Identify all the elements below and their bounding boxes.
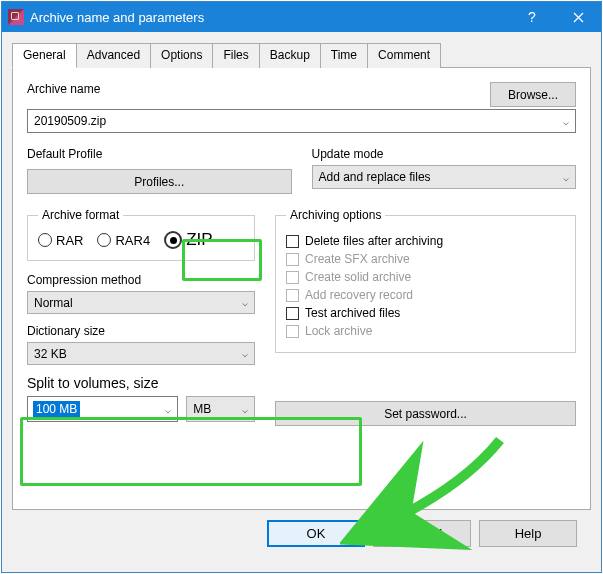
- archive-name-value: 20190509.zip: [34, 114, 106, 128]
- compression-label: Compression method: [27, 273, 255, 287]
- titlebar: Archive name and parameters ?: [2, 2, 601, 32]
- tab-general[interactable]: General: [12, 43, 77, 68]
- archiving-options-group: Archiving options Delete files after arc…: [275, 208, 576, 353]
- archive-name-input[interactable]: 20190509.zip ⌵: [27, 109, 576, 133]
- ok-button[interactable]: OK: [267, 520, 365, 547]
- radio-rar[interactable]: RAR: [38, 233, 83, 248]
- chevron-down-icon: ⌵: [242, 404, 248, 415]
- checkbox-icon: [286, 325, 299, 338]
- archive-name-label: Archive name: [27, 82, 480, 96]
- checkbox-icon: [286, 307, 299, 320]
- dictionary-select[interactable]: 32 KB ⌵: [27, 342, 255, 365]
- tab-files[interactable]: Files: [212, 43, 259, 68]
- check-test[interactable]: Test archived files: [286, 306, 565, 320]
- checkbox-icon: [286, 289, 299, 302]
- split-label: Split to volumes, size: [27, 375, 255, 391]
- help-button[interactable]: ?: [509, 2, 555, 32]
- help-button-footer[interactable]: Help: [479, 520, 577, 547]
- chevron-down-icon: ⌵: [165, 404, 171, 415]
- default-profile-label: Default Profile: [27, 147, 292, 161]
- radio-icon: [164, 231, 182, 249]
- check-lock: Lock archive: [286, 324, 565, 338]
- check-recovery: Add recovery record: [286, 288, 565, 302]
- tabs: General Advanced Options Files Backup Ti…: [12, 42, 591, 68]
- cancel-button[interactable]: Cancel: [373, 520, 471, 547]
- chevron-down-icon: ⌵: [563, 172, 569, 183]
- dialog-buttons: OK Cancel Help: [12, 510, 591, 557]
- check-solid: Create solid archive: [286, 270, 565, 284]
- radio-zip[interactable]: ZIP: [164, 230, 212, 250]
- split-size-input[interactable]: 100 MB ⌵: [27, 396, 178, 422]
- chevron-down-icon: ⌵: [242, 297, 248, 308]
- chevron-down-icon: ⌵: [563, 116, 569, 127]
- radio-rar4[interactable]: RAR4: [97, 233, 150, 248]
- checkbox-icon: [286, 253, 299, 266]
- tab-advanced[interactable]: Advanced: [76, 43, 151, 68]
- check-sfx: Create SFX archive: [286, 252, 565, 266]
- set-password-button[interactable]: Set password...: [275, 401, 576, 426]
- checkbox-icon: [286, 235, 299, 248]
- check-delete-files[interactable]: Delete files after archiving: [286, 234, 565, 248]
- profiles-button[interactable]: Profiles...: [27, 169, 292, 194]
- update-mode-value: Add and replace files: [319, 170, 431, 184]
- tab-time[interactable]: Time: [320, 43, 368, 68]
- compression-select[interactable]: Normal ⌵: [27, 291, 255, 314]
- tab-backup[interactable]: Backup: [259, 43, 321, 68]
- radio-icon: [38, 233, 52, 247]
- close-icon: [573, 12, 584, 23]
- checkbox-icon: [286, 271, 299, 284]
- dialog-window: Archive name and parameters ? General Ad…: [1, 1, 602, 573]
- window-title: Archive name and parameters: [30, 10, 509, 25]
- chevron-down-icon: ⌵: [242, 348, 248, 359]
- split-size-value: 100 MB: [33, 401, 80, 417]
- split-unit-select[interactable]: MB ⌵: [186, 396, 255, 422]
- archiving-options-legend: Archiving options: [286, 208, 385, 222]
- archive-format-group: Archive format RAR RAR4: [27, 208, 255, 261]
- update-mode-label: Update mode: [312, 147, 577, 161]
- app-icon: [8, 9, 24, 25]
- browse-button[interactable]: Browse...: [490, 82, 576, 107]
- tab-panel: Archive name Browse... 20190509.zip ⌵ De…: [12, 68, 591, 510]
- dictionary-label: Dictionary size: [27, 324, 255, 338]
- close-button[interactable]: [555, 2, 601, 32]
- radio-icon: [97, 233, 111, 247]
- update-mode-select[interactable]: Add and replace files ⌵: [312, 165, 577, 189]
- tab-comment[interactable]: Comment: [367, 43, 441, 68]
- split-block: Split to volumes, size 100 MB ⌵ MB ⌵: [27, 375, 255, 422]
- tab-options[interactable]: Options: [150, 43, 213, 68]
- client-area: General Advanced Options Files Backup Ti…: [2, 32, 601, 572]
- archive-format-legend: Archive format: [38, 208, 123, 222]
